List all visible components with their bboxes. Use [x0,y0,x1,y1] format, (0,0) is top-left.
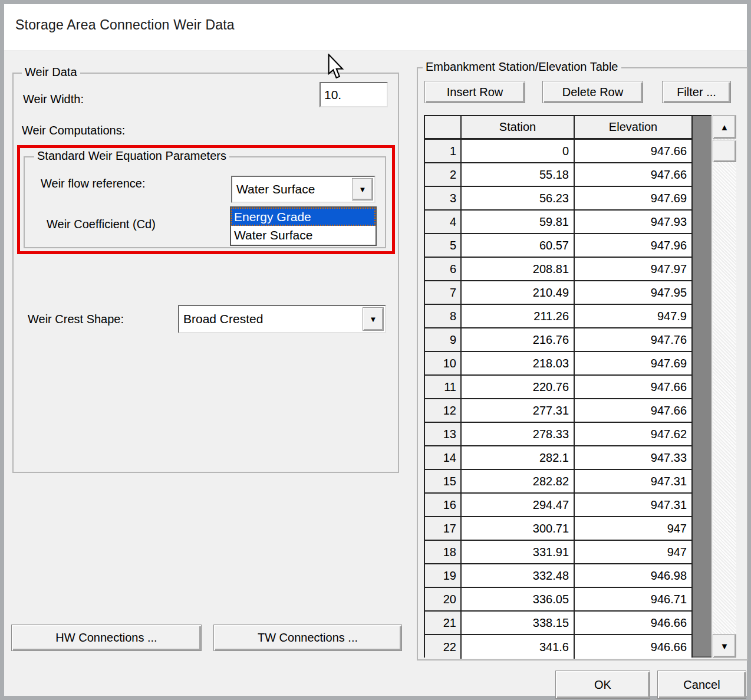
station-cell[interactable]: 282.82 [462,470,575,494]
weir-crest-shape-combobox[interactable]: Broad Crested ▼ [178,305,386,333]
elevation-cell[interactable]: 947.97 [575,258,691,281]
cancel-button[interactable]: Cancel [657,671,746,699]
row-number-cell[interactable]: 8 [425,305,462,328]
row-number-cell[interactable]: 13 [425,423,462,446]
row-number-cell[interactable]: 9 [425,328,462,352]
row-number-cell[interactable]: 11 [425,376,462,399]
station-cell[interactable]: 336.05 [462,588,575,612]
elevation-cell[interactable]: 947.66 [575,399,691,423]
station-cell[interactable]: 210.49 [462,281,575,305]
row-number-cell[interactable]: 4 [425,211,462,234]
delete-row-button[interactable]: Delete Row [542,81,643,103]
table-row: 4 59.81 947.93 [425,211,691,234]
station-cell[interactable]: 55.18 [462,163,575,187]
table-row: 15 282.82 947.31 [425,470,691,494]
scroll-up-button[interactable]: ▲ [713,115,736,139]
elevation-cell[interactable]: 947.69 [575,352,691,376]
row-number-cell[interactable]: 10 [425,352,462,376]
table-row: 1 0 947.66 [425,140,691,163]
row-number-cell[interactable]: 17 [425,517,462,541]
elevation-cell[interactable]: 946.66 [575,612,691,635]
standard-weir-group-label: Standard Weir Equation Parameters [34,149,229,163]
row-number-cell[interactable]: 5 [425,234,462,258]
dropdown-option[interactable]: Energy Grade [231,208,376,226]
station-cell[interactable]: 278.33 [462,423,575,446]
scrollbar-thumb[interactable] [713,140,736,162]
elevation-cell[interactable]: 947.31 [575,470,691,494]
table-row: 22 341.6 946.66 [425,635,691,659]
row-number-cell[interactable]: 22 [425,635,462,659]
row-number-cell[interactable]: 15 [425,470,462,494]
station-cell[interactable]: 0 [462,140,575,163]
weir-width-input[interactable]: 10. [319,82,388,107]
elevation-cell[interactable]: 947 [575,517,691,541]
weir-flow-reference-combobox[interactable]: Water Surface ▼ [231,176,376,203]
station-cell[interactable]: 211.26 [462,305,575,328]
station-cell[interactable]: 60.57 [462,234,575,258]
row-number-cell[interactable]: 7 [425,281,462,305]
station-cell[interactable]: 277.31 [462,399,575,423]
station-cell[interactable]: 341.6 [462,635,575,659]
elevation-cell[interactable]: 947.76 [575,328,691,352]
row-number-cell[interactable]: 19 [425,564,462,588]
embankment-table-rows: 1 0 947.66 2 55.18 947.66 3 56.23 947.69… [425,140,691,659]
row-number-header [425,116,462,140]
table-row: 13 278.33 947.62 [425,423,691,446]
hw-connections-button[interactable]: HW Connections ... [11,625,202,651]
station-cell[interactable]: 282.1 [462,446,575,470]
station-cell[interactable]: 218.03 [462,352,575,376]
table-row: 3 56.23 947.69 [425,187,691,211]
elevation-cell[interactable]: 947.96 [575,234,691,258]
elevation-cell[interactable]: 947.93 [575,211,691,234]
table-row: 8 211.26 947.9 [425,305,691,328]
ok-button-label: OK [594,678,611,692]
row-number-cell[interactable]: 6 [425,258,462,281]
elevation-cell[interactable]: 947.62 [575,423,691,446]
row-number-cell[interactable]: 2 [425,163,462,187]
tw-connections-button[interactable]: TW Connections ... [213,625,402,651]
ok-button[interactable]: OK [555,671,650,699]
table-scrollbar[interactable]: ▲ ▼ [713,115,736,658]
weir-crest-shape-drop-button[interactable]: ▼ [363,307,384,331]
station-cell[interactable]: 300.71 [462,517,575,541]
elevation-cell[interactable]: 947 [575,541,691,564]
table-header-row: Station Elevation [425,116,691,140]
station-cell[interactable]: 208.81 [462,258,575,281]
scroll-down-button[interactable]: ▼ [713,634,736,658]
row-number-cell[interactable]: 18 [425,541,462,564]
station-cell[interactable]: 294.47 [462,494,575,517]
station-cell[interactable]: 56.23 [462,187,575,211]
elevation-cell[interactable]: 946.66 [575,635,691,659]
station-cell[interactable]: 332.48 [462,564,575,588]
elevation-cell[interactable]: 947.66 [575,140,691,163]
row-number-cell[interactable]: 3 [425,187,462,211]
elevation-cell[interactable]: 947.33 [575,446,691,470]
station-cell[interactable]: 331.91 [462,541,575,564]
elevation-cell[interactable]: 947.9 [575,305,691,328]
table-row: 18 331.91 947 [425,541,691,564]
row-number-cell[interactable]: 20 [425,588,462,612]
weir-flow-reference-label: Weir flow reference: [41,177,145,190]
insert-row-button[interactable]: Insert Row [424,81,525,103]
row-number-cell[interactable]: 1 [425,140,462,163]
elevation-cell[interactable]: 947.66 [575,163,691,187]
row-number-cell[interactable]: 21 [425,612,462,635]
station-cell[interactable]: 220.76 [462,376,575,399]
station-cell[interactable]: 59.81 [462,211,575,234]
station-cell[interactable]: 338.15 [462,612,575,635]
elevation-cell[interactable]: 946.98 [575,564,691,588]
dropdown-option[interactable]: Water Surface [231,226,376,244]
row-number-cell[interactable]: 16 [425,494,462,517]
row-number-cell[interactable]: 14 [425,446,462,470]
elevation-cell[interactable]: 947.95 [575,281,691,305]
elevation-cell[interactable]: 946.71 [575,588,691,612]
elevation-cell[interactable]: 947.69 [575,187,691,211]
elevation-cell[interactable]: 947.66 [575,376,691,399]
station-cell[interactable]: 216.76 [462,328,575,352]
title-bar: Storage Area Connection Weir Data [4,4,747,51]
row-number-cell[interactable]: 12 [425,399,462,423]
filter-button[interactable]: Filter ... [662,81,731,103]
scroll-down-icon: ▼ [720,641,729,651]
elevation-cell[interactable]: 947.31 [575,494,691,517]
weir-flow-reference-drop-button[interactable]: ▼ [352,178,373,201]
